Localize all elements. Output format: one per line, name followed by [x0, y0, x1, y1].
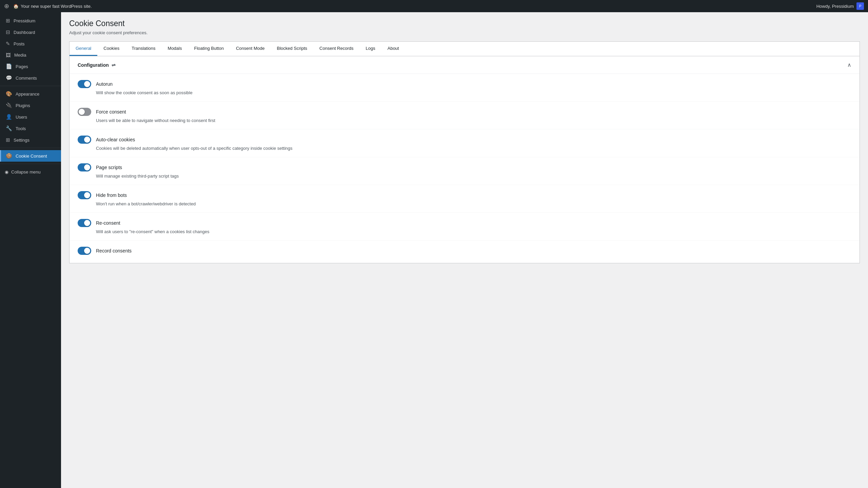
sidebar-item-comments[interactable]: 💬 Comments — [0, 72, 61, 84]
sidebar-label-appearance: Appearance — [16, 92, 39, 97]
record-consents-toggle[interactable] — [78, 247, 91, 255]
comments-icon: 💬 — [6, 75, 12, 81]
collapse-icon: ◉ — [5, 169, 8, 175]
autorun-label: Autorun — [96, 81, 113, 87]
config-title: Configuration ⇌ — [78, 62, 116, 68]
force-consent-toggle[interactable] — [78, 108, 91, 116]
autorun-toggle[interactable] — [78, 80, 91, 88]
hide-from-bots-toggle[interactable] — [78, 191, 91, 199]
settings-panel: Configuration ⇌ ∧ Autorun Will show the — [69, 56, 860, 263]
sidebar-item-settings[interactable]: ⊞ Settings — [0, 134, 61, 146]
setting-record-consents: Record consents — [70, 241, 860, 263]
page-scripts-label: Page scripts — [96, 165, 122, 170]
tab-modals[interactable]: Modals — [162, 42, 188, 56]
content-area: Cookie Consent Adjust your cookie consen… — [61, 12, 868, 488]
pages-icon: 📄 — [6, 63, 12, 69]
howdy-text: Howdy, Pressidium — [816, 4, 854, 9]
sidebar-label-media: Media — [14, 53, 26, 58]
sidebar-item-posts[interactable]: ✎ Posts — [0, 38, 61, 49]
page-scripts-description: Will manage existing third-party script … — [96, 174, 851, 179]
admin-bar-left: ⊕ 🏠 Your new super fast WordPress site. — [4, 2, 92, 10]
record-consents-label: Record consents — [96, 248, 132, 253]
tab-logs[interactable]: Logs — [360, 42, 381, 56]
config-title-text: Configuration — [78, 62, 109, 68]
page-scripts-toggle[interactable] — [78, 163, 91, 171]
re-consent-toggle[interactable] — [78, 219, 91, 227]
autorun-description: Will show the cookie consent as soon as … — [96, 90, 851, 95]
setting-re-consent: Re-consent Will ask users to "re-consent… — [70, 213, 860, 241]
sidebar-label-users: Users — [16, 115, 27, 120]
pressidium-icon: ⊞ — [6, 18, 10, 24]
sidebar-item-tools[interactable]: 🔧 Tools — [0, 123, 61, 134]
setting-auto-clear-cookies: Auto-clear cookies Cookies will be delet… — [70, 129, 860, 157]
settings-icon: ⊞ — [6, 137, 10, 143]
sidebar-label-dashboard: Dashboard — [14, 30, 35, 35]
sidebar-item-users[interactable]: 👤 Users — [0, 111, 61, 123]
tab-floating-button[interactable]: Floating Button — [188, 42, 230, 56]
sidebar: ⊞ Pressidium ⊟ Dashboard ✎ Posts 🖼 Media… — [0, 12, 61, 488]
tab-cookies[interactable]: Cookies — [97, 42, 125, 56]
tab-about[interactable]: About — [381, 42, 405, 56]
sidebar-label-pressidium: Pressidium — [14, 18, 35, 23]
tab-blocked-scripts[interactable]: Blocked Scripts — [271, 42, 313, 56]
plugins-icon: 🔌 — [6, 102, 12, 108]
dashboard-icon: ⊟ — [6, 29, 10, 35]
admin-bar: ⊕ 🏠 Your new super fast WordPress site. … — [0, 0, 868, 12]
setting-autorun: Autorun Will show the cookie consent as … — [70, 74, 860, 102]
sidebar-label-cookie-consent: Cookie Consent — [16, 154, 47, 159]
admin-bar-site[interactable]: 🏠 Your new super fast WordPress site. — [13, 4, 92, 9]
setting-page-scripts: Page scripts Will manage existing third-… — [70, 157, 860, 185]
tab-general[interactable]: General — [70, 42, 97, 56]
sidebar-item-plugins[interactable]: 🔌 Plugins — [0, 100, 61, 111]
sidebar-label-plugins: Plugins — [16, 103, 30, 108]
sidebar-item-dashboard[interactable]: ⊟ Dashboard — [0, 26, 61, 38]
config-header: Configuration ⇌ ∧ — [70, 56, 860, 74]
wordpress-icon[interactable]: ⊕ — [4, 2, 9, 10]
main-layout: ⊞ Pressidium ⊟ Dashboard ✎ Posts 🖼 Media… — [0, 12, 868, 488]
sidebar-label-posts: Posts — [14, 41, 25, 46]
auto-clear-cookies-label: Auto-clear cookies — [96, 137, 135, 142]
users-icon: 👤 — [6, 114, 12, 120]
setting-hide-from-bots: Hide from bots Won't run when a bot/craw… — [70, 185, 860, 213]
sidebar-item-media[interactable]: 🖼 Media — [0, 49, 61, 61]
page-title: Cookie Consent — [69, 19, 860, 28]
user-avatar[interactable]: P — [856, 2, 864, 10]
posts-icon: ✎ — [6, 41, 10, 47]
tools-icon: 🔧 — [6, 125, 12, 131]
tab-translations[interactable]: Translations — [125, 42, 161, 56]
hide-from-bots-description: Won't run when a bot/crawler/webdriver i… — [96, 201, 851, 206]
sidebar-label-pages: Pages — [16, 64, 28, 69]
auto-clear-cookies-toggle[interactable] — [78, 136, 91, 144]
admin-bar-right: Howdy, Pressidium P — [816, 2, 864, 10]
config-filter-icon[interactable]: ⇌ — [112, 62, 116, 68]
site-home-icon: 🏠 — [13, 4, 19, 9]
sidebar-divider-3 — [0, 164, 61, 164]
sidebar-item-pages[interactable]: 📄 Pages — [0, 61, 61, 72]
re-consent-label: Re-consent — [96, 220, 120, 226]
force-consent-label: Force consent — [96, 109, 126, 115]
tab-consent-mode[interactable]: Consent Mode — [230, 42, 271, 56]
hide-from-bots-label: Hide from bots — [96, 192, 127, 198]
appearance-icon: 🎨 — [6, 91, 12, 97]
force-consent-description: Users will be able to navigate without n… — [96, 118, 851, 123]
config-collapse-button[interactable]: ∧ — [847, 62, 851, 68]
sidebar-label-tools: Tools — [16, 126, 26, 131]
collapse-label: Collapse menu — [11, 169, 41, 175]
re-consent-description: Will ask users to "re-consent" when a co… — [96, 229, 851, 234]
sidebar-item-pressidium[interactable]: ⊞ Pressidium — [0, 15, 61, 26]
sidebar-item-appearance[interactable]: 🎨 Appearance — [0, 88, 61, 100]
cookie-consent-icon: 🍪 — [6, 153, 12, 159]
sidebar-divider-1 — [0, 86, 61, 86]
sidebar-item-cookie-consent[interactable]: 🍪 Cookie Consent — [0, 150, 61, 162]
tab-consent-records[interactable]: Consent Records — [313, 42, 359, 56]
auto-clear-cookies-description: Cookies will be deleted automatically wh… — [96, 146, 851, 151]
sidebar-label-comments: Comments — [16, 76, 37, 81]
media-icon: 🖼 — [6, 52, 11, 58]
site-name: Your new super fast WordPress site. — [21, 4, 92, 9]
setting-force-consent: Force consent Users will be able to navi… — [70, 102, 860, 129]
tab-bar: General Cookies Translations Modals Floa… — [69, 41, 860, 56]
page-subtitle: Adjust your cookie consent preferences. — [69, 30, 860, 35]
sidebar-divider-2 — [0, 148, 61, 148]
sidebar-label-settings: Settings — [14, 138, 29, 143]
collapse-menu-button[interactable]: ◉ Collapse menu — [0, 167, 61, 177]
